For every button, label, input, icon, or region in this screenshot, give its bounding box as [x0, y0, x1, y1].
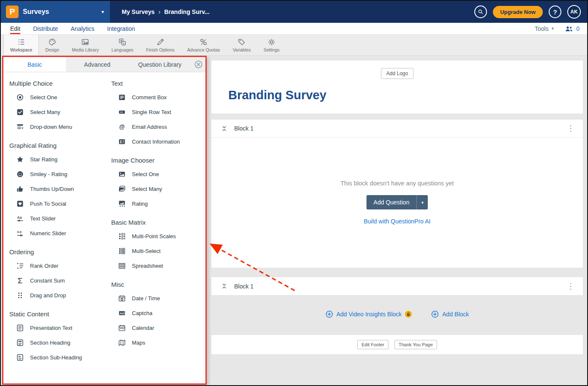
help-button[interactable]: ? [549, 5, 561, 18]
question-type-graphical-rating-smiley-rating[interactable]: Smiley - Rating [9, 167, 111, 182]
add-question-label[interactable]: Add Question [366, 195, 417, 209]
edit-footer-button[interactable]: Edit Footer [357, 340, 388, 349]
image-many-icon [118, 185, 126, 193]
section-title-ordering: Ordering [9, 241, 111, 258]
breadcrumb-current-survey: Branding Surv... [164, 8, 210, 15]
block-menu-icon[interactable]: ⋮ [567, 125, 574, 132]
tools-label: Tools [535, 25, 549, 32]
star-icon [16, 156, 24, 163]
question-type-text-contact-information[interactable]: Contact Information [111, 134, 205, 149]
question-type-ordering-rank-order[interactable]: Rank Order [9, 258, 111, 273]
breadcrumb-my-surveys[interactable]: My Surveys [122, 8, 155, 15]
question-type-static-content-section-heading[interactable]: Section Heading [9, 335, 111, 350]
datetime-icon [118, 295, 126, 302]
tools-menu[interactable]: Tools ▾ [535, 25, 554, 32]
survey-editor: Add Logo Branding Survey Block 1 ⋮ This … [211, 60, 583, 355]
panel-body: Multiple ChoiceSelect OneSelect ManyDrop… [3, 72, 205, 383]
panel-tab-question-library[interactable]: Question Library [129, 57, 191, 72]
question-type-graphical-rating-numeric-slider[interactable]: 0-9Numeric Slider [9, 226, 111, 241]
toolbar-item-settings[interactable]: Settings [257, 35, 286, 55]
close-panel-button[interactable] [191, 57, 205, 72]
add-logo-button[interactable]: Add Logo [381, 68, 413, 79]
question-type-static-content-section-sub-heading[interactable]: Section Sub-Heading [9, 350, 111, 365]
question-type-label: Rank Order [30, 263, 58, 269]
toolbar-item-variables[interactable]: Variables [226, 35, 257, 55]
add-block-link[interactable]: Add Block [431, 310, 469, 318]
variables-icon [238, 38, 246, 46]
contact-icon [118, 138, 126, 145]
upgrade-now-button[interactable]: Upgrade Now [493, 6, 543, 18]
question-type-multiple-choice-drop-down-menu[interactable]: Drop-down Menu [9, 120, 111, 134]
toolbar-item-finish-options[interactable]: Finish Options [140, 35, 181, 55]
question-type-multiple-choice-select-one[interactable]: Select One [9, 90, 111, 105]
question-type-graphical-rating-thumbs-up-down[interactable]: Thumbs Up/Down [9, 182, 111, 196]
image-one-icon [118, 171, 126, 178]
question-type-image-chooser-rating[interactable]: Rating [111, 196, 205, 211]
heading-icon [16, 339, 24, 346]
question-type-label: Numeric Slider [30, 230, 66, 236]
product-switcher[interactable]: P Surveys ▾ [1, 1, 110, 23]
questionpro-survey-editor: P Surveys ▾ My Surveys › Branding Surv..… [0, 0, 588, 386]
toolbar-item-languages[interactable]: AaLanguages [105, 35, 140, 55]
numeric-slider-icon: 0-9 [16, 230, 24, 237]
caret-down-icon: ▾ [101, 9, 104, 15]
single-row-icon [118, 109, 126, 116]
add-question-dropdown[interactable]: ▾ [416, 195, 428, 209]
question-type-label: Push To Social [30, 201, 66, 207]
panel-tab-list: BasicAdvancedQuestion Library [3, 57, 191, 72]
tab-integration[interactable]: Integration [107, 23, 135, 34]
question-type-multiple-choice-select-many[interactable]: Select Many [9, 105, 111, 120]
question-type-static-content-presentation-text[interactable]: Presentation Text [9, 321, 111, 335]
section-title-graphical-rating: Graphical Rating [9, 134, 111, 152]
question-type-graphical-rating-push-to-social[interactable]: Push To Social [9, 196, 111, 211]
question-type-label: Drop-down Menu [30, 124, 72, 130]
question-type-ordering-constant-sum[interactable]: Constant Sum [9, 273, 111, 288]
question-type-label: Email Address [132, 124, 167, 130]
survey-title[interactable]: Branding Survey [228, 88, 326, 102]
question-type-misc-date-time[interactable]: Date / Time [111, 291, 205, 306]
search-button[interactable] [474, 5, 487, 18]
toolbar-item-workspace[interactable]: Workspace [3, 35, 39, 55]
panel-tab-basic[interactable]: Basic [3, 57, 66, 72]
question-type-text-comment-box[interactable]: Comment Box [111, 90, 205, 105]
question-type-text-email-address[interactable]: @Email Address [111, 120, 205, 134]
toolbar-item-advance-quotas[interactable]: Advance Quotas [181, 35, 227, 55]
build-with-questionpro-ai-link[interactable]: Build with QuestionPro AI [364, 218, 431, 225]
tab-analytics[interactable]: Analytics [71, 23, 94, 34]
question-type-graphical-rating-text-slider[interactable]: AaText Slider [9, 211, 111, 226]
tab-edit[interactable]: Edit [10, 23, 20, 34]
question-type-label: Multi-Select [132, 248, 161, 254]
collapse-block-icon[interactable] [222, 125, 227, 132]
collapse-block-icon[interactable] [222, 283, 227, 289]
question-type-misc-maps[interactable]: Maps [111, 335, 205, 350]
question-type-label: Multi-Point Scales [132, 233, 176, 239]
question-type-text-single-row-text[interactable]: Single Row Text [111, 105, 205, 120]
question-type-image-chooser-select-many[interactable]: Select Many [111, 182, 205, 196]
svg-text:a: a [123, 41, 125, 44]
top-header: P Surveys ▾ My Surveys › Branding Surv..… [1, 1, 587, 23]
toolbar-item-label: Media Library [72, 47, 99, 52]
thank-you-page-button[interactable]: Thank You Page [394, 340, 437, 349]
panel-column-2: TextComment BoxSingle Row Text@Email Add… [111, 72, 205, 383]
question-type-image-chooser-select-one[interactable]: Select One [111, 167, 205, 182]
user-avatar[interactable]: AK [567, 5, 581, 19]
add-question-button[interactable]: Add Question ▾ [366, 195, 428, 209]
question-type-basic-matrix-multi-select[interactable]: Multi-Select [111, 244, 205, 258]
settings-icon [268, 38, 276, 46]
add-video-insights-block-link[interactable]: Add Video Insights Block [325, 310, 412, 318]
question-type-basic-matrix-spreadsheet[interactable]: Spreadsheet [111, 258, 205, 273]
toolbar-item-design[interactable]: Design [39, 35, 66, 55]
collaborators-indicator[interactable]: 0 [565, 25, 580, 32]
question-type-basic-matrix-multi-point-scales[interactable]: Multi-Point Scales [111, 229, 205, 244]
question-type-label: Select Many [30, 109, 60, 115]
text-slider-icon: Aa [16, 215, 24, 222]
panel-tab-advanced[interactable]: Advanced [66, 57, 129, 72]
question-type-misc-calendar[interactable]: Calendar [111, 321, 205, 335]
tab-distribute[interactable]: Distribute [33, 23, 58, 34]
question-type-misc-captcha[interactable]: Ab3Captcha [111, 306, 205, 321]
toolbar-item-media-library[interactable]: Media Library [66, 35, 105, 55]
question-type-ordering-drag-and-drop[interactable]: Drag and Drop [9, 288, 111, 303]
block-menu-icon[interactable]: ⋮ [567, 283, 574, 290]
question-type-label: Select Many [132, 186, 162, 192]
question-type-graphical-rating-star-rating[interactable]: Star Rating [9, 152, 111, 167]
